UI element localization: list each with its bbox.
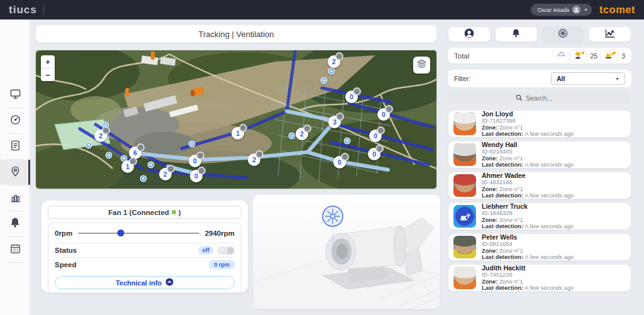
fan-power-toggle[interactable] (218, 246, 235, 255)
map-zone-marker[interactable]: 0 (377, 108, 390, 121)
page-title: Tracking | Ventilation (36, 25, 436, 43)
sidebar-item-tracking[interactable] (0, 160, 30, 185)
total-summary-card: Total 25 3 (448, 48, 631, 64)
map-fan-marker[interactable] (343, 138, 350, 145)
map-zone-marker[interactable]: 0 (368, 148, 380, 160)
technical-info-button[interactable]: Technical info (55, 276, 235, 289)
map-zone-marker[interactable]: 0 (345, 91, 358, 103)
roster-card[interactable]: Liebherr Truck ID-1846328 Zone: Zone n°1… (448, 202, 631, 230)
search-bar[interactable] (448, 92, 631, 104)
map-fan-marker[interactable] (188, 141, 195, 148)
zoom-in-button[interactable]: + (41, 55, 55, 68)
map-zone-marker[interactable]: 2 (328, 55, 340, 68)
logo-divider (43, 6, 44, 14)
zone-label: Zone: (482, 217, 497, 223)
map-fan-marker[interactable] (105, 152, 112, 158)
map-zone-marker[interactable]: 1 (121, 160, 134, 173)
roster-detection: A few seconds ago (525, 223, 574, 229)
map-fan-marker[interactable] (321, 77, 328, 84)
map-zone-marker[interactable]: 2 (248, 153, 260, 166)
map-zone-marker[interactable]: 2 (159, 168, 172, 180)
map-zone-marker[interactable]: 3 (328, 116, 341, 128)
tab-alerts[interactable] (495, 26, 538, 42)
map-zone-marker[interactable]: 2 (296, 128, 308, 140)
fan-panel-header[interactable]: Fan 1 (Connected ) (48, 206, 242, 219)
sidebar-item-calendar[interactable] (0, 237, 30, 262)
roster-detection: A few seconds ago (525, 162, 574, 168)
workers-filter-button[interactable] (569, 50, 587, 62)
chevron-down-icon: ▼ (615, 77, 619, 81)
vehicles-filter-button[interactable] (601, 50, 618, 62)
roster-zone: Zone n°1 (499, 124, 523, 131)
roster-info: Jon Lloyd ID-71827398 Zone: Zone n°1 Las… (482, 110, 574, 138)
rpm-slider-row: 0rpm 2940rpm (55, 223, 235, 243)
sidebar-item-statistics[interactable] (0, 185, 30, 211)
monitor-icon (9, 88, 21, 102)
fan-slider-knob[interactable] (117, 229, 124, 236)
report-icon (9, 140, 21, 154)
detection-label: Last detection: (482, 285, 523, 291)
zoom-out-button[interactable]: − (41, 69, 55, 81)
status-label: Status (55, 246, 77, 254)
roster-zone: Zone n°1 (499, 248, 523, 254)
map-fan-marker[interactable] (140, 175, 147, 182)
detection-label: Last detection: (482, 162, 523, 168)
map-fan-marker[interactable] (328, 68, 335, 75)
brand-logo: tcomet (599, 4, 635, 16)
tracking-map[interactable]: 2612001222030000 + − (36, 50, 436, 189)
roster-avatar (453, 236, 476, 258)
detection-label: Last detection: (482, 131, 523, 137)
filter-select[interactable]: All ▼ (551, 72, 625, 85)
user-menu-button[interactable]: Oscar Iesada ▼ (531, 4, 592, 16)
roster-detection-line: Last detection: A few seconds ago (482, 192, 574, 199)
tab-people[interactable] (448, 26, 491, 42)
map-zone-marker[interactable]: 0 (333, 156, 346, 169)
map-fan-marker[interactable] (86, 142, 92, 149)
rpm-slider-track[interactable] (78, 233, 199, 234)
sidebar (0, 19, 30, 315)
tab-analytics[interactable] (589, 26, 631, 42)
helmet-outline-icon[interactable] (557, 50, 566, 62)
tab-ventilation[interactable] (542, 26, 585, 42)
roster-zone-line: Zone: Zone n°1 (482, 279, 574, 285)
roster-avatar (453, 267, 476, 289)
layers-icon (416, 58, 427, 72)
map-zone-marker[interactable]: 6 (129, 146, 142, 159)
roster-detection-line: Last detection: A few seconds ago (482, 162, 574, 169)
sidebar-item-screens[interactable] (0, 82, 30, 108)
search-input[interactable] (526, 94, 564, 102)
page-title-text: Tracking | Ventilation (199, 30, 274, 39)
map-zone-marker[interactable]: 2 (94, 130, 107, 142)
sidebar-item-dashboard[interactable] (0, 108, 30, 133)
fan-marker-icon (323, 206, 343, 226)
bell-icon (9, 217, 21, 231)
roster-detection-line: Last detection: A few seconds ago (482, 131, 574, 138)
map-fan-marker[interactable] (289, 133, 296, 140)
sidebar-item-reports[interactable] (0, 134, 30, 159)
roster-zone-line: Zone: Zone n°1 (482, 217, 574, 224)
right-panel-tabs (448, 26, 631, 42)
sidebar-item-alerts[interactable] (0, 211, 30, 236)
workers-count: 25 (590, 52, 597, 60)
map-layers-button[interactable] (413, 57, 430, 74)
bell-icon (511, 28, 521, 40)
map-zone-marker[interactable]: 1 (231, 127, 244, 140)
roster-avatar (453, 174, 476, 197)
roster-zone: Zone n°1 (499, 155, 523, 162)
roster-id: ID-6821654 (482, 241, 574, 248)
map-zone-marker[interactable]: 0 (189, 155, 201, 167)
roster-card[interactable]: Ahmer Wadee ID-4832186 Zone: Zone n°1 La… (448, 172, 631, 199)
gauge-icon (9, 114, 21, 128)
map-fan-marker[interactable] (147, 161, 154, 168)
speed-row: Speed 0 rpm (55, 257, 235, 272)
chart-icon (605, 28, 615, 41)
map-zone-marker[interactable]: 0 (190, 170, 203, 182)
roster-card[interactable]: Jon Lloyd ID-71827398 Zone: Zone n°1 Las… (448, 110, 631, 138)
roster-detection: A few seconds ago (525, 131, 574, 137)
roster-detection: A few seconds ago (525, 254, 574, 260)
roster-card[interactable]: Wendy Hall ID-8218465 Zone: Zone n°1 Las… (448, 141, 631, 169)
roster-card[interactable]: Judith Hackitt ID-7451235 Zone: Zone n°1… (448, 264, 631, 292)
map-zone-marker[interactable]: 0 (369, 130, 382, 142)
roster-card[interactable]: Peter Wells ID-6821654 Zone: Zone n°1 La… (448, 233, 631, 261)
technical-info-label: Technical info (116, 279, 162, 287)
